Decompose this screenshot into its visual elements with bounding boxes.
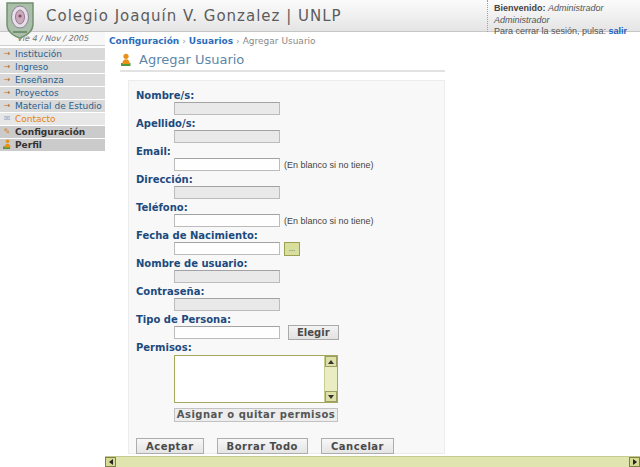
- arrow-icon: →: [2, 62, 12, 72]
- sidebar-item-institucion[interactable]: → Institución: [0, 48, 105, 60]
- sidebar-item-label: Perfil: [15, 139, 42, 151]
- cancelar-button[interactable]: Cancelar: [321, 438, 394, 454]
- field-label: Dirección:: [136, 174, 444, 185]
- contrasena-input[interactable]: [174, 298, 280, 311]
- form-field-permisos: Permisos: Asignar o quitar permisos: [136, 342, 444, 422]
- direccion-input[interactable]: [174, 186, 280, 199]
- breadcrumb: Configuración›Usuarios›Agregar Usuario: [109, 36, 316, 46]
- form-field-apellido: Apellido/s:: [136, 118, 444, 143]
- field-label: Nombre/s:: [136, 90, 444, 101]
- email-input[interactable]: [174, 158, 280, 171]
- sidebar-item-label: Material de Estudio: [15, 100, 102, 112]
- field-label: Email:: [136, 146, 444, 157]
- page-title-text: Agregar Usuario: [139, 52, 244, 67]
- listbox-scrollbar[interactable]: [324, 356, 337, 402]
- welcome-label: Bienvenido:: [494, 3, 546, 13]
- pencil-icon: ✎: [2, 127, 12, 137]
- sidebar-item-label: Institución: [15, 48, 62, 60]
- envelope-icon: ✉: [2, 114, 12, 124]
- sidebar-item-label: Ingreso: [15, 61, 48, 73]
- form-field-tipo-persona: Tipo de Persona: Elegir: [136, 314, 444, 339]
- sidebar-item-label: Contacto: [15, 113, 56, 125]
- logout-prompt: Para cerrar la sesión, pulsa:: [494, 26, 606, 36]
- scroll-right-icon[interactable]: [629, 457, 640, 467]
- form-actions: Aceptar Borrar Todo Cancelar: [136, 438, 444, 454]
- borrar-todo-button[interactable]: Borrar Todo: [217, 438, 308, 454]
- scroll-up-icon[interactable]: [325, 356, 337, 367]
- apellido-input[interactable]: [174, 130, 280, 143]
- add-user-form: Nombre/s: Apellido/s: Email: (En blanco …: [128, 80, 445, 454]
- horizontal-scrollbar[interactable]: [105, 456, 640, 467]
- form-field-nombre-usuario: Nombre de usuario:: [136, 258, 444, 283]
- page: Colegio Joaquín V. Gonzalez | UNLP Bienv…: [0, 0, 640, 467]
- field-label: Permisos:: [136, 342, 444, 353]
- logout-link[interactable]: salir: [609, 26, 628, 36]
- sidebar-item-configuracion[interactable]: ✎ Configuración: [0, 126, 105, 138]
- assign-permissions-button[interactable]: Asignar o quitar permisos: [174, 408, 338, 422]
- sidebar-item-contacto[interactable]: ✉ Contacto: [0, 113, 105, 125]
- form-field-contrasena: Contraseña:: [136, 286, 444, 311]
- session-box: Bienvenido: Administrador Administrador …: [487, 0, 640, 32]
- person-icon: [2, 139, 12, 152]
- sidebar-item-label: Configuración: [15, 126, 85, 138]
- nombre-input[interactable]: [174, 102, 280, 115]
- add-user-icon: [120, 53, 133, 66]
- breadcrumb-separator: ›: [236, 36, 240, 46]
- field-label: Fecha de Nacimiento:: [136, 230, 444, 241]
- field-label: Nombre de usuario:: [136, 258, 444, 269]
- breadcrumb-separator: ›: [182, 36, 186, 46]
- tipo-persona-input[interactable]: [174, 326, 280, 339]
- sidebar-item-material-de-estudio[interactable]: → Material de Estudio: [0, 100, 105, 112]
- telefono-input[interactable]: [174, 214, 280, 227]
- sidebar-item-label: Enseñanza: [15, 74, 64, 86]
- field-note: (En blanco si no tiene): [284, 216, 374, 226]
- sidebar-item-label: Proyectos: [15, 87, 59, 99]
- nombre-usuario-input[interactable]: [174, 270, 280, 283]
- form-field-direccion: Dirección:: [136, 174, 444, 199]
- breadcrumb-link-usuarios[interactable]: Usuarios: [189, 36, 233, 46]
- arrow-icon: →: [2, 88, 12, 98]
- breadcrumb-link-configuracion[interactable]: Configuración: [109, 36, 179, 46]
- field-label: Contraseña:: [136, 286, 444, 297]
- arrow-icon: →: [2, 101, 12, 111]
- permisos-listbox[interactable]: [174, 355, 338, 403]
- field-note: (En blanco si no tiene): [284, 160, 374, 170]
- sidebar: Vie 4 / Nov / 2005 → Institución → Ingre…: [0, 32, 105, 152]
- sidebar-item-ingreso[interactable]: → Ingreso: [0, 61, 105, 73]
- app-title: Colegio Joaquín V. Gonzalez | UNLP: [46, 7, 342, 25]
- page-title: Agregar Usuario: [120, 52, 445, 72]
- elegir-button[interactable]: Elegir: [288, 325, 339, 340]
- sidebar-item-perfil[interactable]: Perfil: [0, 139, 105, 151]
- sidebar-item-proyectos[interactable]: → Proyectos: [0, 87, 105, 99]
- breadcrumb-current: Agregar Usuario: [243, 36, 316, 46]
- scroll-down-icon[interactable]: [325, 391, 337, 402]
- form-field-nombre: Nombre/s:: [136, 90, 444, 115]
- aceptar-button[interactable]: Aceptar: [136, 438, 204, 454]
- form-field-telefono: Teléfono: (En blanco si no tiene): [136, 202, 444, 227]
- field-label: Teléfono:: [136, 202, 444, 213]
- sidebar-item-ensenanza[interactable]: → Enseñanza: [0, 74, 105, 86]
- school-crest-logo: [5, 2, 35, 39]
- date-picker-button[interactable]: ...: [284, 242, 300, 256]
- arrow-icon: →: [2, 49, 12, 59]
- form-field-email: Email: (En blanco si no tiene): [136, 146, 444, 171]
- form-field-fecha-nacimiento: Fecha de Nacimiento: ...: [136, 230, 444, 255]
- arrow-icon: →: [2, 75, 12, 85]
- scroll-left-icon[interactable]: [105, 457, 116, 467]
- field-label: Apellido/s:: [136, 118, 444, 129]
- field-label: Tipo de Persona:: [136, 314, 444, 325]
- fecha-nacimiento-input[interactable]: [174, 242, 280, 255]
- header: Colegio Joaquín V. Gonzalez | UNLP Bienv…: [0, 0, 640, 32]
